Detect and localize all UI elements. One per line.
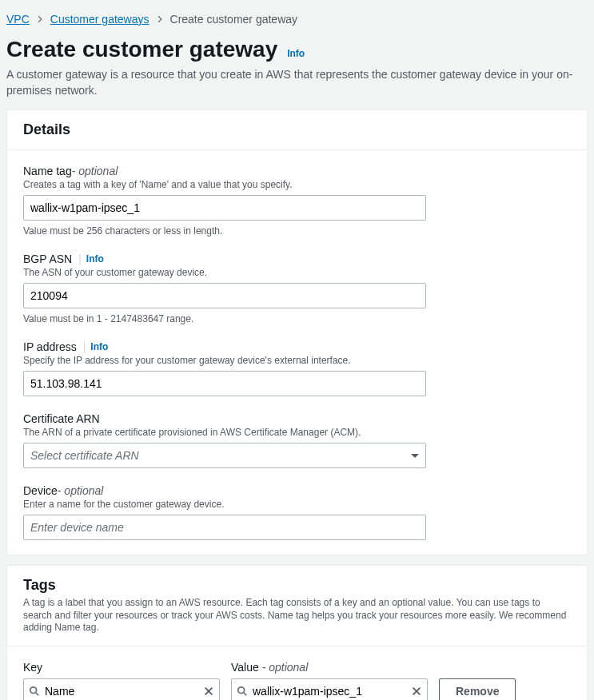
- tags-panel: Tags A tag is a label that you assign to…: [6, 565, 588, 700]
- tag-row: Key Value - optional: [23, 661, 571, 700]
- certificate-arn-desc: The ARN of a private certificate provisi…: [23, 427, 571, 438]
- svg-line-1: [36, 693, 39, 696]
- device-input[interactable]: [23, 515, 426, 540]
- certificate-arn-field: Certificate ARN The ARN of a private cer…: [23, 412, 571, 468]
- search-icon: [29, 686, 40, 697]
- bgp-info-link[interactable]: Info: [86, 253, 104, 264]
- tag-key-input[interactable]: [40, 685, 203, 698]
- tag-value-input-wrap[interactable]: [231, 678, 428, 700]
- certificate-arn-placeholder: Select certificate ARN: [30, 449, 139, 462]
- tag-value-label: Value: [231, 661, 259, 674]
- ip-address-desc: Specify the IP address for your customer…: [23, 355, 571, 366]
- tag-value-optional: - optional: [259, 661, 308, 674]
- details-header: Details: [7, 110, 587, 150]
- breadcrumb-current: Create customer gateway: [170, 13, 298, 26]
- chevron-right-icon: [36, 15, 44, 23]
- page-header: Create customer gateway Info A customer …: [6, 32, 588, 98]
- tags-header: Tags A tag is a label that you assign to…: [7, 566, 587, 646]
- device-optional: - optional: [58, 484, 104, 497]
- caret-down-icon: [411, 454, 419, 458]
- svg-line-5: [244, 693, 247, 696]
- info-link[interactable]: Info: [287, 48, 305, 59]
- details-panel: Details Name tag - optional Creates a ta…: [6, 109, 588, 555]
- clear-icon[interactable]: [203, 686, 214, 697]
- separator: |: [83, 340, 86, 353]
- page-title: Create customer gateway: [6, 37, 277, 62]
- breadcrumb: VPC Customer gateways Create customer ga…: [6, 6, 588, 32]
- bgp-asn-constraint: Value must be in 1 - 2147483647 range.: [23, 313, 571, 324]
- certificate-arn-select[interactable]: Select certificate ARN: [23, 443, 426, 468]
- page-description: A customer gateway is a resource that yo…: [6, 67, 588, 98]
- device-label: Device: [23, 484, 58, 497]
- certificate-arn-label: Certificate ARN: [23, 412, 100, 425]
- details-heading: Details: [23, 121, 571, 138]
- breadcrumb-vpc-link[interactable]: VPC: [6, 13, 30, 26]
- ip-address-field: IP address | Info Specify the IP address…: [23, 340, 571, 396]
- tag-key-label: Key: [23, 661, 220, 674]
- name-tag-input[interactable]: [23, 195, 426, 221]
- tags-desc: A tag is a label that you assign to an A…: [23, 597, 571, 634]
- tag-key-input-wrap[interactable]: [23, 678, 220, 700]
- search-icon: [237, 686, 248, 697]
- svg-point-0: [30, 687, 37, 694]
- tag-value-input[interactable]: [248, 685, 411, 698]
- bgp-asn-label: BGP ASN: [23, 253, 72, 265]
- name-tag-label: Name tag: [23, 165, 72, 177]
- bgp-asn-input[interactable]: [23, 283, 426, 308]
- device-field: Device - optional Enter a name for the c…: [23, 484, 571, 540]
- ip-info-link[interactable]: Info: [90, 341, 108, 352]
- device-desc: Enter a name for the customer gateway de…: [23, 499, 571, 510]
- svg-point-4: [238, 687, 245, 694]
- name-tag-field: Name tag - optional Creates a tag with a…: [23, 165, 571, 237]
- clear-icon[interactable]: [411, 686, 422, 697]
- remove-tag-button[interactable]: Remove: [439, 678, 516, 700]
- separator: |: [78, 253, 82, 265]
- name-tag-optional: - optional: [72, 165, 118, 177]
- name-tag-desc: Creates a tag with a key of 'Name' and a…: [23, 179, 571, 190]
- bgp-asn-field: BGP ASN | Info The ASN of your customer …: [23, 253, 571, 324]
- breadcrumb-customer-gateways-link[interactable]: Customer gateways: [50, 13, 149, 26]
- bgp-asn-desc: The ASN of your customer gateway device.: [23, 267, 571, 278]
- tags-heading: Tags: [23, 577, 571, 594]
- name-tag-constraint: Value must be 256 characters or less in …: [23, 225, 571, 237]
- ip-address-input[interactable]: [23, 371, 426, 396]
- chevron-right-icon: [156, 15, 164, 23]
- ip-address-label: IP address: [23, 340, 77, 353]
